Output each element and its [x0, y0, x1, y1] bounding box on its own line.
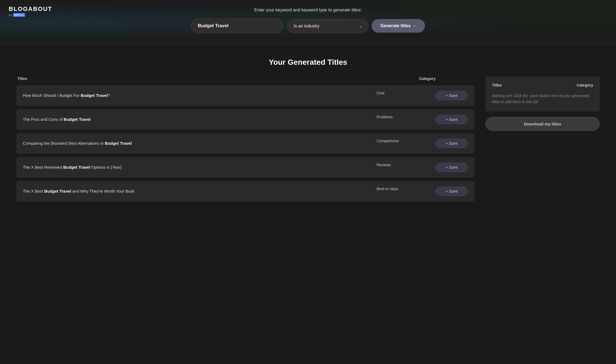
saved-empty-text: Nothing yet! Click the 'save' button nex…: [492, 93, 593, 105]
title-text-bold: Budget Travel: [81, 93, 108, 98]
category-dots: - - - - - - - -: [377, 120, 431, 124]
header-content: Enter your keyword and keyword type to g…: [0, 8, 616, 33]
input-row: Is an industry Is a product Is a service…: [191, 18, 425, 33]
category-cell: Problems - - - - - - - -: [377, 115, 431, 124]
title-text: How Much Should I Budget For Budget Trav…: [23, 92, 372, 99]
category-column-header: Category: [419, 76, 473, 81]
title-text-bold: Budget Travel: [64, 117, 91, 122]
save-button[interactable]: + Save: [435, 138, 468, 148]
section-title: Your Generated Titles: [16, 58, 600, 67]
category-dots: - - - - - - - - - - -: [377, 144, 431, 148]
category-dots: - - - - -: [377, 96, 431, 100]
title-text-after: and Why They're Worth Your Buck: [71, 189, 134, 193]
title-text: The X Best Budget Travel and Why They're…: [23, 188, 372, 195]
title-text-bold: Budget Travel: [44, 189, 71, 193]
keyword-type-wrapper: Is an industry Is a product Is a service…: [287, 19, 368, 33]
category-label: Cost: [377, 91, 431, 95]
titles-panel: Titles Category How Much Should I Budget…: [16, 76, 475, 205]
title-card: The X Best Reviewed Budget Travel Option…: [16, 157, 475, 178]
keyword-type-select[interactable]: Is an industry Is a product Is a service…: [287, 19, 368, 33]
title-card: How Much Should I Budget For Budget Trav…: [16, 85, 475, 106]
save-button[interactable]: + Save: [435, 115, 468, 124]
category-label: Best-in-class: [377, 187, 431, 191]
category-cell: Cost - - - - -: [377, 91, 431, 100]
category-dots: - - - - - - - - -: [377, 192, 431, 196]
title-text-before: The X Best Reviewed: [23, 165, 63, 169]
category-label: Comparisons: [377, 139, 431, 143]
title-card: The X Best Budget Travel and Why They're…: [16, 181, 475, 202]
save-button[interactable]: + Save: [435, 162, 468, 172]
title-text-before: The Pros and Cons of: [23, 117, 64, 122]
title-text-before: The X Best: [23, 189, 44, 193]
category-cell: Best-in-class - - - - - - - - -: [377, 187, 431, 196]
saved-card: Titles Category Nothing yet! Click the '…: [485, 76, 600, 112]
header-section: BLOGABOUT by IMPACT Enter your keyword a…: [0, 0, 616, 44]
saved-panel: Titles Category Nothing yet! Click the '…: [485, 76, 600, 131]
category-label: Reviews: [377, 163, 431, 167]
header-subtitle: Enter your keyword and keyword type to g…: [254, 8, 362, 13]
title-text-bold: Budget Travel: [105, 141, 132, 146]
saved-titles-header: Titles: [492, 83, 502, 87]
main-section: Your Generated Titles Titles Category Ho…: [0, 44, 616, 299]
category-cell: Reviews - - - - - -: [377, 163, 431, 172]
title-text-bold: Budget Travel: [63, 165, 90, 169]
panel-headers: Titles Category: [16, 76, 475, 81]
category-label: Problems: [377, 115, 431, 119]
title-text-after: ?: [108, 93, 110, 98]
saved-category-header: Category: [577, 83, 593, 87]
generate-titles-button[interactable]: Generate titles →: [372, 19, 425, 33]
title-card: The Pros and Cons of Budget Travel Probl…: [16, 109, 475, 130]
save-button[interactable]: + Save: [435, 91, 468, 100]
title-text-before: Comparing the [Number] Best Alternatives…: [23, 141, 105, 146]
title-text: Comparing the [Number] Best Alternatives…: [23, 140, 372, 147]
content-layout: Titles Category How Much Should I Budget…: [16, 76, 600, 205]
titles-column-header: Titles: [17, 76, 419, 81]
title-card: Comparing the [Number] Best Alternatives…: [16, 133, 475, 154]
keyword-input[interactable]: [191, 18, 284, 33]
title-text: The X Best Reviewed Budget Travel Option…: [23, 164, 372, 171]
title-text: The Pros and Cons of Budget Travel: [23, 116, 372, 123]
saved-headers: Titles Category: [492, 83, 593, 87]
save-button[interactable]: + Save: [435, 186, 468, 196]
download-titles-button[interactable]: Download my titles: [485, 117, 600, 131]
title-text-after: Options in [Year]: [90, 165, 122, 169]
title-text-before: How Much Should I Budget For: [23, 93, 81, 98]
category-dots: - - - - - -: [377, 168, 431, 172]
category-cell: Comparisons - - - - - - - - - - -: [377, 139, 431, 148]
